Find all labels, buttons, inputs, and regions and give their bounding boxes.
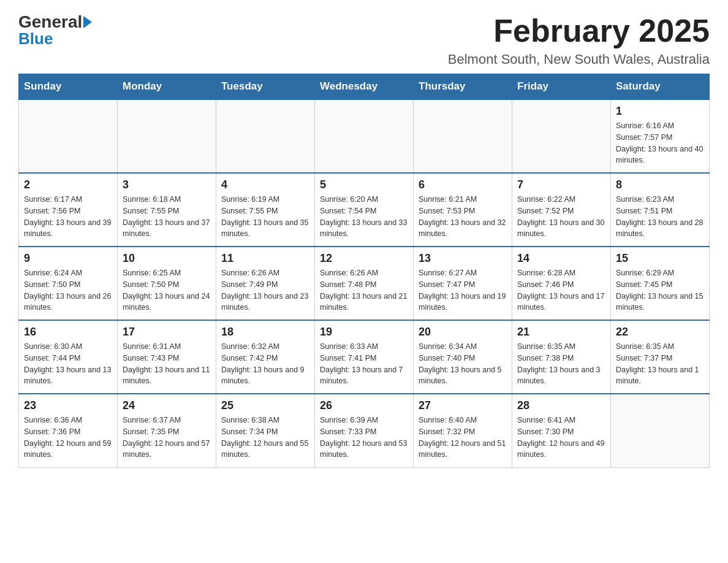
day-number: 24 bbox=[123, 399, 211, 412]
day-number: 16 bbox=[24, 326, 112, 339]
day-number: 19 bbox=[320, 326, 408, 339]
logo: General Blue bbox=[18, 12, 92, 48]
day-info: Sunrise: 6:24 AMSunset: 7:50 PMDaylight:… bbox=[24, 267, 112, 313]
day-info: Sunrise: 6:38 AMSunset: 7:34 PMDaylight:… bbox=[221, 415, 309, 461]
header-friday: Friday bbox=[512, 74, 611, 100]
header-tuesday: Tuesday bbox=[216, 74, 315, 100]
day-info: Sunrise: 6:35 AMSunset: 7:37 PMDaylight:… bbox=[616, 341, 704, 387]
calendar-cell: 16Sunrise: 6:30 AMSunset: 7:44 PMDayligh… bbox=[19, 320, 118, 394]
weekday-header-row: Sunday Monday Tuesday Wednesday Thursday… bbox=[19, 74, 710, 100]
header-sunday: Sunday bbox=[19, 74, 118, 100]
calendar-cell bbox=[216, 99, 315, 173]
day-number: 2 bbox=[24, 178, 112, 191]
day-number: 6 bbox=[419, 178, 507, 191]
day-info: Sunrise: 6:17 AMSunset: 7:56 PMDaylight:… bbox=[24, 194, 112, 240]
calendar-cell: 5Sunrise: 6:20 AMSunset: 7:54 PMDaylight… bbox=[315, 173, 414, 247]
day-info: Sunrise: 6:41 AMSunset: 7:30 PMDaylight:… bbox=[517, 415, 605, 461]
calendar-title: February 2025 bbox=[448, 12, 710, 49]
calendar-cell: 22Sunrise: 6:35 AMSunset: 7:37 PMDayligh… bbox=[611, 320, 710, 394]
calendar-cell: 26Sunrise: 6:39 AMSunset: 7:33 PMDayligh… bbox=[315, 394, 414, 467]
day-number: 3 bbox=[123, 178, 211, 191]
week-row-1: 1Sunrise: 6:16 AMSunset: 7:57 PMDaylight… bbox=[19, 99, 710, 173]
day-number: 11 bbox=[221, 252, 309, 265]
day-number: 4 bbox=[221, 178, 309, 191]
header-wednesday: Wednesday bbox=[315, 74, 414, 100]
week-row-2: 2Sunrise: 6:17 AMSunset: 7:56 PMDaylight… bbox=[19, 173, 710, 247]
day-info: Sunrise: 6:26 AMSunset: 7:48 PMDaylight:… bbox=[320, 267, 408, 313]
calendar-cell bbox=[315, 99, 414, 173]
calendar-cell bbox=[19, 99, 118, 173]
day-info: Sunrise: 6:34 AMSunset: 7:40 PMDaylight:… bbox=[419, 341, 507, 387]
calendar-cell: 17Sunrise: 6:31 AMSunset: 7:43 PMDayligh… bbox=[118, 320, 216, 394]
header-saturday: Saturday bbox=[611, 74, 710, 100]
day-info: Sunrise: 6:23 AMSunset: 7:51 PMDaylight:… bbox=[616, 194, 704, 240]
day-info: Sunrise: 6:33 AMSunset: 7:41 PMDaylight:… bbox=[320, 341, 408, 387]
calendar-cell: 12Sunrise: 6:26 AMSunset: 7:48 PMDayligh… bbox=[315, 247, 414, 320]
calendar-cell: 27Sunrise: 6:40 AMSunset: 7:32 PMDayligh… bbox=[414, 394, 512, 467]
day-number: 28 bbox=[517, 399, 605, 412]
header-thursday: Thursday bbox=[414, 74, 512, 100]
title-area: February 2025 Belmont South, New South W… bbox=[448, 12, 710, 67]
day-info: Sunrise: 6:31 AMSunset: 7:43 PMDaylight:… bbox=[123, 341, 211, 387]
day-number: 1 bbox=[616, 105, 704, 118]
day-number: 9 bbox=[24, 252, 112, 265]
calendar-cell: 8Sunrise: 6:23 AMSunset: 7:51 PMDaylight… bbox=[611, 173, 710, 247]
day-number: 26 bbox=[320, 399, 408, 412]
calendar-cell: 15Sunrise: 6:29 AMSunset: 7:45 PMDayligh… bbox=[611, 247, 710, 320]
day-info: Sunrise: 6:32 AMSunset: 7:42 PMDaylight:… bbox=[221, 341, 309, 387]
day-number: 13 bbox=[419, 252, 507, 265]
day-number: 23 bbox=[24, 399, 112, 412]
calendar-cell: 19Sunrise: 6:33 AMSunset: 7:41 PMDayligh… bbox=[315, 320, 414, 394]
day-number: 25 bbox=[221, 399, 309, 412]
calendar-cell: 25Sunrise: 6:38 AMSunset: 7:34 PMDayligh… bbox=[216, 394, 315, 467]
day-number: 14 bbox=[517, 252, 605, 265]
calendar-table: Sunday Monday Tuesday Wednesday Thursday… bbox=[18, 74, 710, 468]
day-number: 15 bbox=[616, 252, 704, 265]
calendar-cell bbox=[512, 99, 611, 173]
logo-arrow-icon bbox=[83, 16, 92, 28]
day-number: 27 bbox=[419, 399, 507, 412]
calendar-cell: 6Sunrise: 6:21 AMSunset: 7:53 PMDaylight… bbox=[414, 173, 512, 247]
calendar-cell: 4Sunrise: 6:19 AMSunset: 7:55 PMDaylight… bbox=[216, 173, 315, 247]
week-row-4: 16Sunrise: 6:30 AMSunset: 7:44 PMDayligh… bbox=[19, 320, 710, 394]
day-number: 12 bbox=[320, 252, 408, 265]
calendar-cell: 1Sunrise: 6:16 AMSunset: 7:57 PMDaylight… bbox=[611, 99, 710, 173]
week-row-5: 23Sunrise: 6:36 AMSunset: 7:36 PMDayligh… bbox=[19, 394, 710, 467]
day-info: Sunrise: 6:39 AMSunset: 7:33 PMDaylight:… bbox=[320, 415, 408, 461]
calendar-cell: 18Sunrise: 6:32 AMSunset: 7:42 PMDayligh… bbox=[216, 320, 315, 394]
calendar-cell: 13Sunrise: 6:27 AMSunset: 7:47 PMDayligh… bbox=[414, 247, 512, 320]
calendar-cell: 11Sunrise: 6:26 AMSunset: 7:49 PMDayligh… bbox=[216, 247, 315, 320]
calendar-cell bbox=[414, 99, 512, 173]
calendar-cell: 14Sunrise: 6:28 AMSunset: 7:46 PMDayligh… bbox=[512, 247, 611, 320]
day-number: 8 bbox=[616, 178, 704, 191]
day-info: Sunrise: 6:25 AMSunset: 7:50 PMDaylight:… bbox=[123, 267, 211, 313]
day-info: Sunrise: 6:20 AMSunset: 7:54 PMDaylight:… bbox=[320, 194, 408, 240]
calendar-cell: 21Sunrise: 6:35 AMSunset: 7:38 PMDayligh… bbox=[512, 320, 611, 394]
calendar-cell: 7Sunrise: 6:22 AMSunset: 7:52 PMDaylight… bbox=[512, 173, 611, 247]
day-info: Sunrise: 6:29 AMSunset: 7:45 PMDaylight:… bbox=[616, 267, 704, 313]
day-number: 7 bbox=[517, 178, 605, 191]
calendar-subtitle: Belmont South, New South Wales, Australi… bbox=[448, 52, 710, 67]
day-info: Sunrise: 6:40 AMSunset: 7:32 PMDaylight:… bbox=[419, 415, 507, 461]
day-info: Sunrise: 6:28 AMSunset: 7:46 PMDaylight:… bbox=[517, 267, 605, 313]
day-number: 22 bbox=[616, 326, 704, 339]
day-number: 20 bbox=[419, 326, 507, 339]
day-number: 5 bbox=[320, 178, 408, 191]
logo-blue: Blue bbox=[18, 29, 53, 48]
calendar-cell bbox=[118, 99, 216, 173]
calendar-cell: 24Sunrise: 6:37 AMSunset: 7:35 PMDayligh… bbox=[118, 394, 216, 467]
day-info: Sunrise: 6:21 AMSunset: 7:53 PMDaylight:… bbox=[419, 194, 507, 240]
day-info: Sunrise: 6:16 AMSunset: 7:57 PMDaylight:… bbox=[616, 120, 704, 166]
calendar-cell: 28Sunrise: 6:41 AMSunset: 7:30 PMDayligh… bbox=[512, 394, 611, 467]
day-info: Sunrise: 6:27 AMSunset: 7:47 PMDaylight:… bbox=[419, 267, 507, 313]
calendar-cell: 3Sunrise: 6:18 AMSunset: 7:55 PMDaylight… bbox=[118, 173, 216, 247]
calendar-cell: 9Sunrise: 6:24 AMSunset: 7:50 PMDaylight… bbox=[19, 247, 118, 320]
calendar-cell: 10Sunrise: 6:25 AMSunset: 7:50 PMDayligh… bbox=[118, 247, 216, 320]
day-info: Sunrise: 6:26 AMSunset: 7:49 PMDaylight:… bbox=[221, 267, 309, 313]
calendar-cell: 2Sunrise: 6:17 AMSunset: 7:56 PMDaylight… bbox=[19, 173, 118, 247]
day-info: Sunrise: 6:19 AMSunset: 7:55 PMDaylight:… bbox=[221, 194, 309, 240]
day-number: 21 bbox=[517, 326, 605, 339]
day-number: 10 bbox=[123, 252, 211, 265]
day-info: Sunrise: 6:37 AMSunset: 7:35 PMDaylight:… bbox=[123, 415, 211, 461]
calendar-cell: 20Sunrise: 6:34 AMSunset: 7:40 PMDayligh… bbox=[414, 320, 512, 394]
